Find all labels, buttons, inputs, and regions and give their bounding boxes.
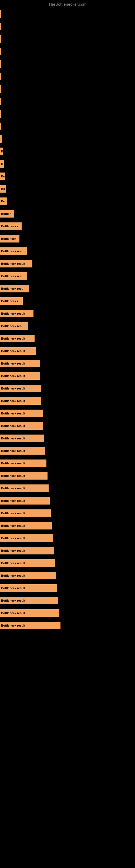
bar-row-23: Bottleneck r — [0, 295, 135, 307]
bar-label-33: Bottleneck result — [1, 424, 25, 428]
bar-4 — [0, 60, 1, 68]
bar-0 — [0, 10, 1, 18]
bar-46: Bottleneck result — [0, 584, 57, 592]
bar-label-27: Bottleneck result — [1, 349, 25, 352]
bar-label-47: Bottleneck result — [1, 599, 25, 602]
bar-27: Bottleneck result — [0, 347, 36, 355]
bar-label-31: Bottleneck result — [1, 399, 25, 403]
bar-40: Bottleneck result — [0, 509, 51, 517]
bar-label-25: Bottleneck res — [1, 324, 21, 328]
bar-45: Bottleneck result — [0, 572, 56, 579]
bar-label-44: Bottleneck result — [1, 561, 25, 565]
bar-row-10 — [0, 133, 135, 145]
bar-row-34: Bottleneck result — [0, 432, 135, 444]
bar-label-45: Bottleneck result — [1, 574, 25, 577]
bar-label-42: Bottleneck result — [1, 536, 25, 540]
bar-39: Bottleneck result — [0, 497, 50, 504]
bar-label-14: Bo — [1, 187, 5, 190]
bar-row-37: Bottleneck result — [0, 470, 135, 482]
bars-container: BBBoBoBoBottlenBottleneck rBottleneckBot… — [0, 8, 135, 631]
bar-36: Bottleneck result — [0, 460, 46, 467]
bar-22: Bottleneck resu — [0, 285, 29, 292]
bar-label-35: Bottleneck result — [1, 449, 25, 453]
bar-label-18: Bottleneck — [1, 237, 16, 240]
bar-row-22: Bottleneck resu — [0, 283, 135, 294]
bar-37: Bottleneck result — [0, 472, 48, 479]
bar-row-0 — [0, 8, 135, 20]
bar-row-29: Bottleneck result — [0, 370, 135, 382]
bar-row-13: Bo — [0, 170, 135, 182]
bar-row-18: Bottleneck — [0, 233, 135, 245]
bar-label-30: Bottleneck result — [1, 387, 25, 390]
bar-row-6 — [0, 83, 135, 95]
bar-row-7 — [0, 95, 135, 107]
bar-row-40: Bottleneck result — [0, 507, 135, 519]
bar-row-32: Bottleneck result — [0, 407, 135, 420]
bar-label-41: Bottleneck result — [1, 524, 25, 527]
bar-43: Bottleneck result — [0, 547, 54, 554]
bar-35: Bottleneck result — [0, 447, 45, 455]
bar-18: Bottleneck — [0, 235, 19, 243]
bar-row-17: Bottleneck r — [0, 220, 135, 232]
bar-3 — [0, 48, 1, 55]
bar-11: B — [0, 148, 3, 155]
bar-row-19: Bottleneck res — [0, 245, 135, 257]
bar-23: Bottleneck r — [0, 297, 23, 305]
bar-row-1 — [0, 21, 135, 33]
bar-row-5 — [0, 70, 135, 83]
bar-6 — [0, 85, 1, 93]
bar-label-49: Bottleneck result — [1, 624, 25, 627]
bar-label-26: Bottleneck result — [1, 337, 25, 340]
bar-row-28: Bottleneck result — [0, 358, 135, 369]
bar-row-11: B — [0, 145, 135, 157]
bar-label-32: Bottleneck result — [1, 412, 25, 415]
bar-7 — [0, 98, 1, 105]
bar-label-39: Bottleneck result — [1, 499, 25, 502]
bar-row-20: Bottleneck result — [0, 258, 135, 270]
bar-47: Bottleneck result — [0, 597, 58, 604]
bar-row-12: B — [0, 158, 135, 170]
bar-20: Bottleneck result — [0, 260, 32, 268]
bar-30: Bottleneck result — [0, 384, 41, 392]
bar-5 — [0, 73, 1, 80]
bar-label-15: Bo — [1, 199, 5, 203]
bar-label-43: Bottleneck result — [1, 549, 25, 552]
bar-row-24: Bottleneck result — [0, 308, 135, 319]
bar-label-38: Bottleneck result — [1, 487, 25, 490]
bar-row-48: Bottleneck result — [0, 607, 135, 619]
bar-label-23: Bottleneck r — [1, 300, 18, 303]
bar-29: Bottleneck result — [0, 372, 40, 380]
bar-label-37: Bottleneck result — [1, 474, 25, 477]
bar-48: Bottleneck result — [0, 609, 59, 617]
bar-label-40: Bottleneck result — [1, 512, 25, 515]
bar-31: Bottleneck result — [0, 397, 41, 405]
bar-row-21: Bottleneck res — [0, 270, 135, 282]
bar-label-22: Bottleneck resu — [1, 287, 24, 290]
bar-9 — [0, 123, 1, 130]
bar-label-13: Bo — [1, 175, 5, 178]
bar-label-20: Bottleneck result — [1, 262, 25, 265]
bar-25: Bottleneck res — [0, 322, 28, 330]
bar-21: Bottleneck res — [0, 272, 27, 280]
bar-32: Bottleneck result — [0, 410, 43, 417]
bar-12: B — [0, 160, 4, 167]
bar-label-16: Bottlen — [1, 212, 11, 215]
bar-row-14: Bo — [0, 183, 135, 195]
bar-14: Bo — [0, 185, 6, 193]
bar-label-34: Bottleneck result — [1, 437, 25, 440]
bar-label-12: B — [1, 162, 3, 165]
bar-row-42: Bottleneck result — [0, 532, 135, 544]
bar-2 — [0, 35, 1, 43]
bar-row-44: Bottleneck result — [0, 557, 135, 569]
bar-row-38: Bottleneck result — [0, 482, 135, 494]
bar-row-39: Bottleneck result — [0, 495, 135, 507]
bar-row-15: Bo — [0, 195, 135, 207]
bar-row-46: Bottleneck result — [0, 582, 135, 594]
bar-42: Bottleneck result — [0, 534, 53, 542]
bar-19: Bottleneck res — [0, 247, 27, 255]
bar-row-35: Bottleneck result — [0, 445, 135, 457]
bar-26: Bottleneck result — [0, 335, 35, 342]
bar-label-36: Bottleneck result — [1, 462, 25, 465]
bar-row-47: Bottleneck result — [0, 595, 135, 607]
bar-label-46: Bottleneck result — [1, 586, 25, 590]
